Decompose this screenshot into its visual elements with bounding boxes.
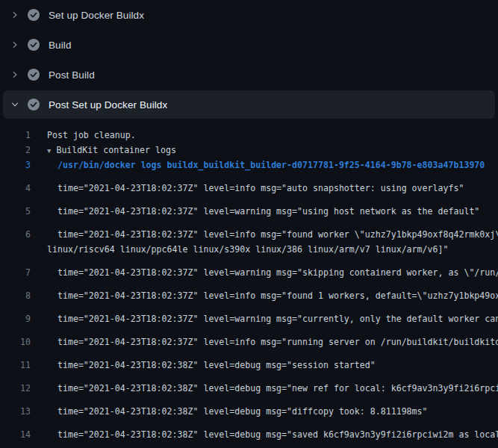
- log-lines: 1Post job cleanup.2▼ BuildKit container …: [0, 119, 498, 448]
- log-row: 4 time="2021-04-23T18:02:37Z" level=info…: [0, 172, 498, 196]
- check-circle-icon: [28, 69, 40, 81]
- log-row: 13 time="2021-04-23T18:02:38Z" level=deb…: [0, 396, 498, 419]
- line-number[interactable]: 3: [0, 158, 31, 172]
- log-row: 7 time="2021-04-23T18:02:37Z" level=warn…: [0, 257, 498, 280]
- step-row-post-set-up-docker-buildx[interactable]: Post Set up Docker Buildx: [3, 90, 495, 119]
- line-number[interactable]: 11: [0, 358, 31, 373]
- step-row-build[interactable]: Build: [0, 30, 498, 60]
- log-row: 14 time="2021-04-23T18:02:38Z" level=deb…: [0, 419, 498, 442]
- log-row: 5 time="2021-04-23T18:02:37Z" level=warn…: [0, 196, 498, 219]
- log-text: linux/riscv64 linux/ppc64le linux/s390x …: [31, 242, 448, 257]
- line-number[interactable]: 14: [0, 427, 31, 442]
- log-row: 9 time="2021-04-23T18:02:37Z" level=warn…: [0, 303, 498, 326]
- log-row: 2▼ BuildKit container logs: [0, 143, 498, 158]
- step-title: Post Build: [49, 69, 95, 81]
- log-row: linux/riscv64 linux/ppc64le linux/s390x …: [0, 242, 498, 257]
- step-title: Post Set up Docker Buildx: [49, 99, 167, 111]
- log-text: time="2021-04-23T18:02:37Z" level=warnin…: [31, 265, 498, 280]
- line-number[interactable]: 10: [0, 335, 31, 349]
- log-row: 6 time="2021-04-23T18:02:37Z" level=info…: [0, 219, 498, 242]
- log-row: 10 time="2021-04-23T18:02:37Z" level=inf…: [0, 326, 498, 349]
- log-row: 11 time="2021-04-23T18:02:38Z" level=deb…: [0, 349, 498, 373]
- step-row-set-up-docker-buildx[interactable]: Set up Docker Buildx: [0, 0, 498, 30]
- line-number[interactable]: 9: [0, 311, 31, 326]
- line-number[interactable]: 1: [0, 128, 31, 143]
- line-number[interactable]: 7: [0, 265, 31, 280]
- step-title: Build: [49, 40, 72, 51]
- chevron-right-icon: [10, 10, 19, 19]
- line-number[interactable]: 12: [0, 381, 31, 396]
- chevron-down-icon: [10, 100, 19, 109]
- log-row: 12 time="2021-04-23T18:02:38Z" level=deb…: [0, 373, 498, 396]
- log-text: time="2021-04-23T18:02:38Z" level=debug …: [31, 427, 498, 442]
- steps-list: Set up Docker BuildxBuildPost BuildPost …: [0, 0, 498, 119]
- log-text: Post job cleanup.: [31, 128, 136, 143]
- log-text: time="2021-04-23T18:02:38Z" level=debug …: [31, 404, 428, 419]
- log-row: 15 time="2021-04-23T18:02:38Z" level=deb…: [0, 442, 498, 448]
- log-row: 1Post job cleanup.: [0, 128, 498, 143]
- log-text: time="2021-04-23T18:02:37Z" level=info m…: [31, 288, 498, 303]
- log-text: time="2021-04-23T18:02:38Z" level=debug …: [31, 358, 376, 373]
- line-number[interactable]: 2: [0, 143, 31, 158]
- command-log-text: /usr/bin/docker logs buildx_buildkit_bui…: [31, 158, 485, 172]
- check-circle-icon: [28, 9, 40, 21]
- log-text: time="2021-04-23T18:02:38Z" level=debug …: [31, 381, 498, 396]
- line-number[interactable]: 8: [0, 288, 31, 303]
- check-circle-icon: [28, 39, 40, 51]
- line-number: [0, 242, 31, 257]
- step-row-post-build[interactable]: Post Build: [0, 60, 498, 90]
- log-text: time="2021-04-23T18:02:37Z" level=info m…: [31, 335, 498, 349]
- log-row: 3 /usr/bin/docker logs buildx_buildkit_b…: [0, 158, 498, 172]
- step-title: Set up Docker Buildx: [49, 10, 144, 21]
- log-text: time="2021-04-23T18:02:37Z" level=info m…: [31, 181, 464, 196]
- check-circle-icon: [28, 99, 40, 111]
- log-row: 8 time="2021-04-23T18:02:37Z" level=info…: [0, 280, 498, 303]
- line-number[interactable]: 6: [0, 227, 31, 242]
- line-number[interactable]: 4: [0, 181, 31, 196]
- line-number[interactable]: 5: [0, 204, 31, 219]
- log-text: time="2021-04-23T18:02:37Z" level=warnin…: [31, 311, 498, 326]
- chevron-right-icon: [10, 70, 19, 79]
- log-text: time="2021-04-23T18:02:37Z" level=info m…: [31, 227, 498, 242]
- line-number[interactable]: 13: [0, 404, 31, 419]
- group-label: BuildKit container logs: [51, 145, 176, 155]
- group-toggle-line[interactable]: ▼ BuildKit container logs: [31, 143, 176, 158]
- log-text: time="2021-04-23T18:02:37Z" level=warnin…: [31, 204, 479, 219]
- chevron-right-icon: [10, 40, 19, 49]
